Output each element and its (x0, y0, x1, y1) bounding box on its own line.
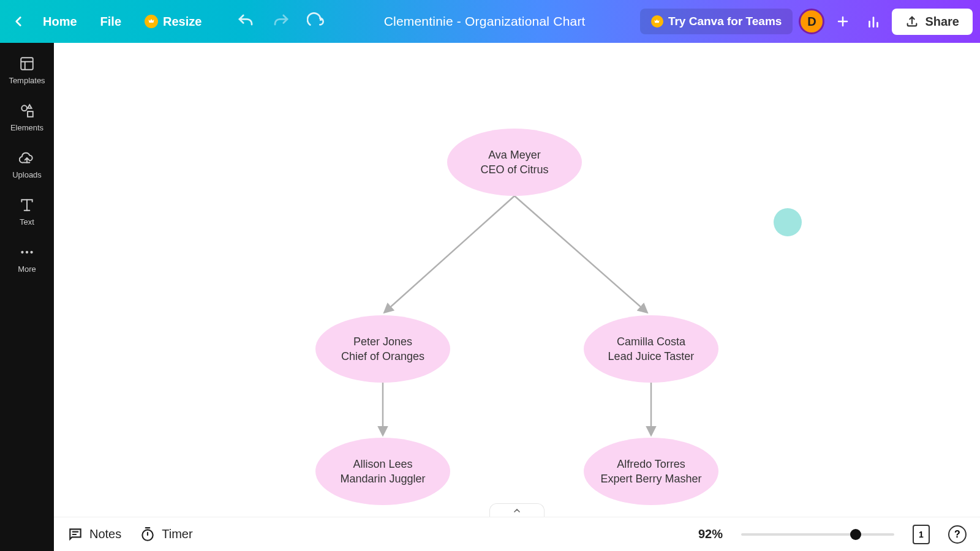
chevron-up-icon (512, 506, 522, 515)
notes-button[interactable]: Notes (67, 527, 121, 542)
node-title: CEO of Citrus (480, 162, 548, 177)
svg-point-9 (21, 105, 27, 111)
topbar: Home File Resize Clementinie - Organizat… (0, 0, 980, 43)
history-tools (233, 9, 329, 34)
canvas[interactable]: Ava Meyer CEO of Citrus Peter Jones Chie… (54, 43, 980, 517)
analytics-icon (865, 13, 881, 29)
org-node-peter[interactable]: Peter Jones Chief of Oranges (315, 315, 450, 383)
org-node-alfredo[interactable]: Alfredo Torres Expert Berry Masher (584, 438, 718, 505)
sidebar-label: Templates (9, 76, 45, 85)
bottombar: Notes Timer 92% 1 ? (54, 517, 980, 551)
node-title: Lead Juice Taster (608, 349, 695, 364)
more-icon (18, 244, 36, 261)
zoom-handle[interactable] (850, 529, 861, 540)
svg-point-13 (21, 251, 23, 253)
node-title: Expert Berry Masher (600, 471, 701, 486)
uploads-icon (18, 149, 36, 167)
try-teams-label: Try Canva for Teams (668, 15, 782, 28)
crown-icon (651, 15, 663, 28)
node-name: Ava Meyer (488, 148, 541, 162)
notes-label: Notes (89, 527, 121, 541)
elements-icon (18, 102, 36, 119)
sidebar-label: Text (20, 217, 34, 227)
sidebar: Templates Elements Uploads Text More (0, 43, 54, 551)
resize-button[interactable]: Resize (135, 10, 211, 34)
org-node-camilla[interactable]: Camilla Costa Lead Juice Taster (584, 315, 718, 383)
zoom-level[interactable]: 92% (698, 527, 723, 541)
svg-line-16 (385, 196, 514, 312)
node-title: Mandarin Juggler (340, 471, 425, 486)
org-node-allison[interactable]: Allison Lees Mandarin Juggler (315, 438, 450, 505)
page-handle[interactable] (489, 503, 545, 517)
sidebar-label: Uploads (12, 170, 42, 179)
svg-rect-10 (28, 111, 33, 117)
undo-icon (236, 12, 255, 31)
zoom-slider[interactable] (741, 533, 894, 536)
undo-button[interactable] (233, 9, 258, 34)
timer-label: Timer (162, 527, 192, 541)
svg-rect-6 (21, 58, 33, 70)
node-title: Chief of Oranges (341, 349, 424, 364)
node-name: Peter Jones (353, 334, 412, 349)
node-name: Alfredo Torres (617, 457, 685, 471)
add-member-button[interactable] (831, 9, 855, 34)
topbar-right: Try Canva for Teams D Share (640, 9, 973, 35)
share-label: Share (925, 15, 959, 29)
sidebar-item-elements[interactable]: Elements (10, 102, 43, 132)
sidebar-label: More (18, 264, 36, 274)
page-indicator[interactable]: 1 (913, 525, 930, 544)
node-name: Camilla Costa (617, 334, 685, 349)
templates-icon (18, 55, 36, 72)
resize-label: Resize (163, 15, 202, 29)
upload-icon (905, 15, 919, 28)
svg-line-17 (514, 196, 647, 312)
svg-point-14 (26, 251, 28, 253)
user-avatar[interactable]: D (799, 9, 824, 34)
sidebar-item-uploads[interactable]: Uploads (12, 149, 42, 179)
timer-button[interactable]: Timer (140, 527, 192, 542)
crown-icon (145, 15, 158, 28)
chevron-left-icon (10, 13, 26, 29)
home-button[interactable]: Home (33, 10, 87, 34)
share-button[interactable]: Share (892, 9, 973, 35)
redo-icon (272, 12, 290, 31)
cloud-sync-button[interactable] (304, 9, 329, 34)
sidebar-item-text[interactable]: Text (18, 197, 36, 227)
document-title[interactable]: Clementinie - Organizational Chart (329, 14, 639, 29)
file-menu[interactable]: File (91, 10, 131, 34)
org-node-ceo[interactable]: Ava Meyer CEO of Citrus (447, 129, 582, 196)
timer-icon (140, 527, 156, 542)
analytics-button[interactable] (861, 9, 886, 34)
node-name: Allison Lees (353, 457, 412, 471)
topbar-left: Home File Resize (7, 9, 329, 34)
text-icon (18, 197, 36, 214)
cloud-icon (307, 12, 326, 31)
try-teams-button[interactable]: Try Canva for Teams (640, 9, 793, 34)
org-connectors (54, 43, 980, 517)
sidebar-item-more[interactable]: More (18, 244, 36, 274)
notes-icon (67, 527, 83, 542)
back-button[interactable] (7, 10, 29, 32)
plus-icon (835, 14, 850, 29)
redo-button[interactable] (269, 9, 293, 34)
svg-point-15 (30, 251, 32, 253)
sidebar-item-templates[interactable]: Templates (9, 55, 45, 85)
collaborator-cursor (774, 208, 802, 236)
sidebar-label: Elements (10, 123, 43, 132)
help-button[interactable]: ? (948, 525, 967, 544)
